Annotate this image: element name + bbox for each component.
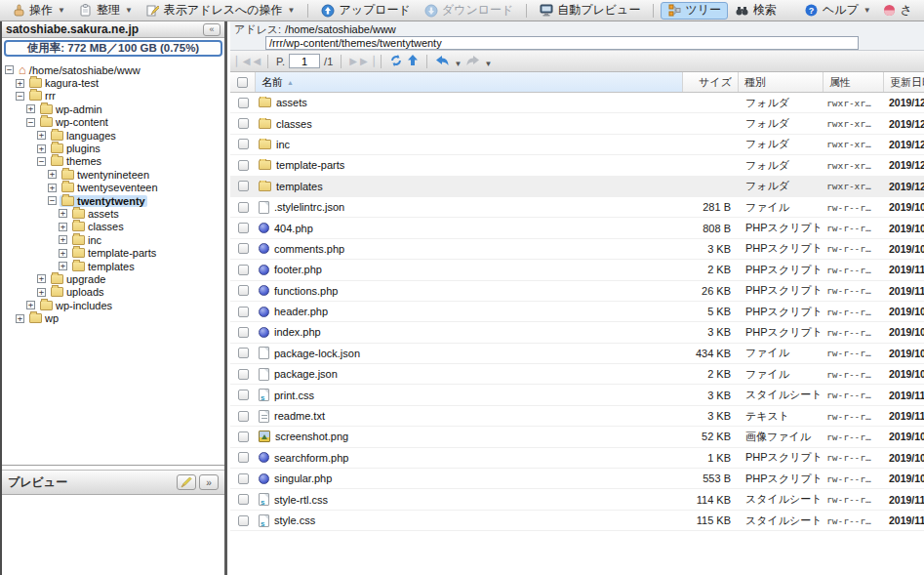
table-row[interactable]: style.css115 KBスタイルシートrw-r--r…2019/11/ bbox=[230, 511, 924, 531]
row-checkbox[interactable] bbox=[238, 160, 249, 171]
file-name[interactable]: screenshot.png bbox=[256, 431, 683, 442]
row-checkbox[interactable] bbox=[238, 118, 249, 129]
column-header-type[interactable]: 種別 bbox=[739, 72, 824, 92]
refresh-button[interactable] bbox=[389, 54, 403, 69]
file-name[interactable]: functions.php bbox=[256, 285, 683, 297]
table-row[interactable]: print.css3 KBスタイルシートrw-r--r…2019/11/ bbox=[230, 385, 924, 405]
row-checkbox[interactable] bbox=[238, 369, 249, 380]
expander-plus-icon[interactable]: + bbox=[59, 262, 67, 270]
address-operations-menu-button[interactable]: 表示アドレスへの操作 ▼ bbox=[141, 2, 301, 20]
table-row[interactable]: index.php3 KBPHPスクリプトrw-r--r…2019/10/ bbox=[230, 322, 924, 343]
expander-plus-icon[interactable]: + bbox=[59, 249, 67, 258]
expander-plus-icon[interactable]: + bbox=[16, 314, 24, 323]
row-checkbox[interactable] bbox=[238, 98, 249, 108]
help-menu-button[interactable]: ? ヘルプ ▼ bbox=[799, 2, 877, 20]
back-button[interactable]: ▼ bbox=[435, 55, 462, 68]
table-row[interactable]: .stylelintrc.json281 Bファイルrw-r--r…2019/1… bbox=[230, 197, 924, 218]
table-row[interactable]: functions.php26 KBPHPスクリプトrw-r--r…2019/1… bbox=[230, 281, 924, 302]
user-menu-button[interactable]: さ bbox=[877, 2, 918, 20]
auto-preview-button[interactable]: 自動プレビュー bbox=[534, 2, 646, 20]
table-row[interactable]: searchform.php1 KBPHPスクリプトrw-r--r…2019/1… bbox=[230, 448, 924, 469]
tree-item-wp-content[interactable]: −wp-content bbox=[2, 116, 224, 129]
address-input[interactable] bbox=[265, 36, 859, 50]
row-checkbox[interactable] bbox=[238, 348, 249, 358]
column-header-size[interactable]: サイズ bbox=[683, 72, 739, 92]
file-name[interactable]: .stylelintrc.json bbox=[256, 201, 683, 214]
tree-item-twentynineteen[interactable]: +twentynineteen bbox=[2, 168, 224, 181]
expander-minus-icon[interactable]: − bbox=[26, 118, 35, 127]
preview-expand-button[interactable]: » bbox=[199, 474, 219, 490]
last-page-button[interactable]: ▶▕ bbox=[360, 56, 373, 66]
row-checkbox[interactable] bbox=[238, 327, 249, 338]
row-checkbox[interactable] bbox=[238, 452, 249, 463]
column-header-attr[interactable]: 属性 bbox=[824, 72, 884, 92]
table-row[interactable]: style-rtl.css114 KBスタイルシートrw-r--r…2019/1… bbox=[230, 489, 924, 510]
tree-item-classes[interactable]: +classes bbox=[2, 221, 224, 233]
tree-item-upgrade[interactable]: +upgrade bbox=[2, 272, 224, 285]
expander-plus-icon[interactable]: + bbox=[26, 104, 35, 113]
tree-item-template-parts[interactable]: +template-parts bbox=[2, 246, 224, 259]
row-checkbox[interactable] bbox=[238, 307, 249, 317]
select-all-checkbox[interactable] bbox=[237, 77, 248, 88]
actions-menu-button[interactable]: 操作 ▼ bbox=[6, 2, 71, 20]
row-checkbox[interactable] bbox=[238, 431, 249, 442]
file-name[interactable]: 404.php bbox=[256, 223, 683, 234]
expander-plus-icon[interactable]: + bbox=[48, 184, 57, 192]
tree-item-templates[interactable]: +templates bbox=[2, 260, 224, 272]
page-number-input[interactable] bbox=[289, 54, 320, 68]
column-header-name[interactable]: 名前 ▲ bbox=[256, 72, 683, 92]
table-row[interactable]: 404.php808 BPHPスクリプトrw-r--r…2019/10/ bbox=[230, 218, 924, 238]
file-name[interactable]: classes bbox=[256, 118, 683, 130]
tree-item-home-satoshiabe-www[interactable]: −⌂/home/satoshiabe/www bbox=[2, 63, 224, 76]
row-checkbox[interactable] bbox=[238, 390, 249, 400]
edit-pencil-button[interactable] bbox=[177, 474, 196, 490]
select-all-header[interactable] bbox=[230, 72, 256, 92]
next-page-button[interactable]: ▶ bbox=[349, 56, 356, 66]
expander-plus-icon[interactable]: + bbox=[48, 170, 57, 179]
row-checkbox[interactable] bbox=[238, 285, 249, 296]
table-row[interactable]: comments.php3 KBPHPスクリプトrw-r--r…2019/10/ bbox=[230, 239, 924, 260]
tree-item-assets[interactable]: +assets bbox=[2, 207, 224, 220]
table-row[interactable]: package.json2 KBファイルrw-r--r…2019/10/ bbox=[230, 364, 924, 385]
table-row[interactable]: screenshot.png52 KB画像ファイルrw-r--r…2019/10… bbox=[230, 427, 924, 447]
expander-plus-icon[interactable]: + bbox=[59, 209, 67, 218]
row-checkbox[interactable] bbox=[238, 223, 249, 233]
file-name[interactable]: style.css bbox=[256, 514, 683, 527]
file-name[interactable]: footer.php bbox=[256, 264, 683, 275]
table-row[interactable]: readme.txt3 KBテキストrw-r--r…2019/11/ bbox=[230, 406, 924, 427]
row-checkbox[interactable] bbox=[238, 411, 249, 422]
expander-minus-icon[interactable]: − bbox=[5, 65, 14, 74]
organize-menu-button[interactable]: 整理 ▼ bbox=[73, 2, 139, 20]
expander-minus-icon[interactable]: − bbox=[48, 196, 57, 205]
tree-toggle-button[interactable]: ツリー bbox=[661, 2, 728, 20]
expander-minus-icon[interactable]: − bbox=[37, 157, 46, 166]
search-button[interactable]: 検索 bbox=[730, 2, 783, 20]
tree-item-languages[interactable]: +languages bbox=[2, 129, 224, 142]
expander-plus-icon[interactable]: + bbox=[37, 131, 46, 140]
expander-plus-icon[interactable]: + bbox=[59, 223, 67, 231]
expander-plus-icon[interactable]: + bbox=[37, 274, 46, 283]
sidebar-collapse-button[interactable]: « bbox=[203, 23, 221, 36]
download-button[interactable]: ダウンロード bbox=[419, 2, 519, 20]
file-name[interactable]: style-rtl.css bbox=[256, 493, 683, 506]
expander-plus-icon[interactable]: + bbox=[37, 144, 46, 153]
expander-plus-icon[interactable]: + bbox=[37, 288, 46, 297]
row-checkbox[interactable] bbox=[238, 473, 249, 484]
tree-item-wp-admin[interactable]: +wp-admin bbox=[2, 103, 224, 115]
previous-page-button[interactable]: ◀ bbox=[253, 56, 260, 66]
file-name[interactable]: searchform.php bbox=[256, 452, 683, 464]
tree-item-wp[interactable]: +wp bbox=[2, 311, 224, 324]
first-page-button[interactable]: ▏◀ bbox=[236, 56, 249, 66]
file-name[interactable]: readme.txt bbox=[256, 410, 683, 423]
table-row[interactable]: singular.php553 BPHPスクリプトrw-r--r…2019/10… bbox=[230, 469, 924, 489]
file-name[interactable]: index.php bbox=[256, 326, 683, 338]
file-name[interactable]: print.css bbox=[256, 389, 683, 401]
table-row[interactable]: incフォルダrwxr-xr…2019/12/ bbox=[230, 135, 924, 155]
tree-item-kagura-test[interactable]: +kagura-test bbox=[2, 76, 224, 89]
tree-item-themes[interactable]: −themes bbox=[2, 155, 224, 168]
file-name[interactable]: package.json bbox=[256, 368, 683, 381]
table-row[interactable]: classesフォルダrwxr-xr…2019/12/ bbox=[230, 113, 924, 134]
row-checkbox[interactable] bbox=[238, 243, 249, 254]
tree-item-wp-includes[interactable]: +wp-includes bbox=[2, 299, 224, 311]
expander-plus-icon[interactable]: + bbox=[26, 301, 35, 309]
